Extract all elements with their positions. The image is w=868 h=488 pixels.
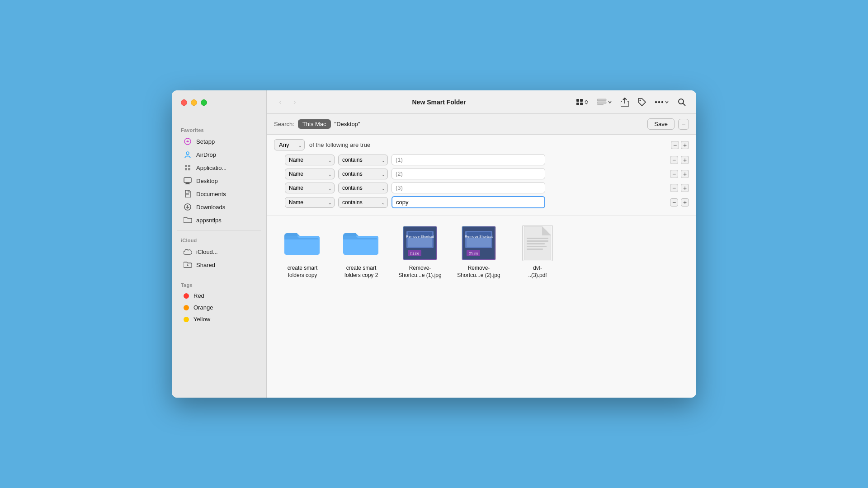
sidebar-item-tag-red[interactable]: Red <box>175 290 264 301</box>
field-select-0[interactable]: Name <box>285 155 335 165</box>
share-button[interactable] <box>618 95 632 109</box>
file-label-pdf1: dvt-..(3).pdf <box>528 265 547 279</box>
sidebar-item-documents[interactable]: Documents <box>175 188 264 200</box>
downloads-icon <box>184 203 192 211</box>
svg-point-23 <box>661 101 663 103</box>
toolbar: ‹ › New Smart Folder <box>267 90 696 114</box>
svg-rect-42 <box>527 240 548 242</box>
view-grid-button[interactable] <box>573 97 591 108</box>
jpg1-icon: Remove Shortcut (1).jpg <box>402 225 438 261</box>
filter-value-0[interactable] <box>392 154 545 165</box>
svg-rect-41 <box>527 238 548 239</box>
save-button[interactable]: Save <box>647 118 675 130</box>
field-select-2[interactable]: Name <box>285 183 335 193</box>
sidebar-item-applications[interactable]: Applicatio... <box>175 161 264 174</box>
file-label-folder2: create smartfolders copy 2 <box>344 265 378 279</box>
condition-select-0-wrapper: contains <box>338 155 388 165</box>
remove-row-0-button[interactable]: − <box>670 156 678 164</box>
filter-logic-suffix: of the following are true <box>309 141 370 148</box>
sidebar-item-airdrop[interactable]: AirDrop <box>175 148 264 161</box>
sidebar-item-label-documents: Documents <box>196 191 226 197</box>
file-item-jpg1[interactable]: Remove Shortcut (1).jpg Remove-Shortcu..… <box>395 225 445 279</box>
sidebar-item-label-downloads: Downloads <box>196 204 225 211</box>
svg-text:(1).jpg: (1).jpg <box>410 252 419 255</box>
tags-label: Tags <box>172 279 266 290</box>
back-button[interactable]: ‹ <box>274 96 287 108</box>
svg-rect-14 <box>580 99 583 102</box>
field-select-3[interactable]: Name <box>285 197 335 208</box>
file-item-pdf1[interactable]: dvt-..(3).pdf <box>513 225 562 279</box>
svg-rect-19 <box>597 104 604 105</box>
svg-point-21 <box>655 101 657 103</box>
field-select-0-wrapper: Name <box>285 155 335 165</box>
forward-button[interactable]: › <box>288 96 301 108</box>
red-dot <box>184 293 189 299</box>
filter-add-button[interactable]: + <box>681 141 689 149</box>
sidebar-item-label-airdrop: AirDrop <box>196 151 216 158</box>
add-row-2-button[interactable]: + <box>681 184 689 192</box>
field-select-1[interactable]: Name <box>285 169 335 179</box>
filter-remove-button[interactable]: − <box>671 141 679 149</box>
dismiss-button[interactable]: − <box>678 119 689 130</box>
filter-row-0-controls: − + <box>670 156 689 164</box>
sidebar-item-downloads[interactable]: Downloads <box>175 201 264 213</box>
view-list-icon <box>597 99 607 106</box>
condition-select-1[interactable]: contains <box>338 169 388 179</box>
window-title: New Smart Folder <box>308 99 570 106</box>
grid-icon <box>576 99 583 106</box>
orange-dot <box>184 305 189 310</box>
file-item-jpg2[interactable]: Remove Shortcut (2).jpg Remove-Shortcu..… <box>454 225 504 279</box>
add-row-1-button[interactable]: + <box>681 170 689 178</box>
remove-row-2-button[interactable]: − <box>670 184 678 192</box>
svg-rect-2 <box>185 165 187 167</box>
sidebar-item-label-yellow: Yellow <box>193 316 210 323</box>
svg-rect-8 <box>185 183 190 184</box>
add-row-0-button[interactable]: + <box>681 156 689 164</box>
file-item-folder1[interactable]: create smartfolders copy <box>278 225 327 279</box>
svg-text:Remove Shortcut: Remove Shortcut <box>406 235 434 239</box>
add-row-3-button[interactable]: + <box>681 198 689 206</box>
filter-value-1[interactable] <box>392 168 545 179</box>
field-select-3-wrapper: Name <box>285 197 335 208</box>
sidebar-item-label-applications: Applicatio... <box>196 164 226 171</box>
desktop-scope[interactable]: "Desktop" <box>335 121 360 127</box>
condition-select-3[interactable]: contains <box>338 197 388 208</box>
remove-row-1-button[interactable]: − <box>670 170 678 178</box>
svg-line-25 <box>683 103 685 105</box>
svg-rect-4 <box>185 168 187 170</box>
close-button[interactable] <box>181 99 187 106</box>
more-button[interactable] <box>652 98 672 106</box>
filter-value-2[interactable] <box>392 182 545 193</box>
tag-button[interactable] <box>635 95 649 109</box>
sidebar-item-label-shared: Shared <box>196 262 215 268</box>
remove-row-3-button[interactable]: − <box>670 198 678 206</box>
maximize-button[interactable] <box>201 99 207 106</box>
filter-row-0: Name contains − + <box>274 154 689 165</box>
sidebar-item-desktop[interactable]: Desktop <box>175 174 264 187</box>
sidebar-item-setapp[interactable]: Setapp <box>175 135 264 148</box>
nav-buttons: ‹ › <box>274 96 301 108</box>
condition-select-0[interactable]: contains <box>338 155 388 165</box>
search-label: Search: <box>274 121 294 127</box>
condition-select-2[interactable]: contains <box>338 183 388 193</box>
file-item-folder2[interactable]: create smartfolders copy 2 <box>336 225 386 279</box>
sidebar-item-label-icloud: iCloud... <box>196 249 218 255</box>
search-button[interactable] <box>675 95 689 109</box>
condition-select-3-wrapper: contains <box>338 197 388 208</box>
more-chevron-icon <box>665 100 669 104</box>
view-options-button[interactable] <box>594 97 615 108</box>
sidebar-item-tag-orange[interactable]: Orange <box>175 302 264 313</box>
sidebar-item-tag-yellow[interactable]: Yellow <box>175 314 264 325</box>
svg-rect-43 <box>527 243 545 244</box>
svg-text:Remove Shortcut: Remove Shortcut <box>465 235 493 239</box>
minimize-button[interactable] <box>191 99 197 106</box>
this-mac-button[interactable]: This Mac <box>298 119 331 129</box>
sidebar-item-icloud[interactable]: iCloud... <box>175 245 264 258</box>
filter-value-3[interactable] <box>392 196 545 208</box>
shared-icon <box>184 261 192 269</box>
apps-icon <box>184 164 192 172</box>
sidebar-item-shared[interactable]: Shared <box>175 258 264 271</box>
logic-select[interactable]: Any All None <box>274 139 305 150</box>
filter-row-1: Name contains − + <box>274 168 689 179</box>
sidebar-item-appsntips[interactable]: appsntips <box>175 214 264 226</box>
